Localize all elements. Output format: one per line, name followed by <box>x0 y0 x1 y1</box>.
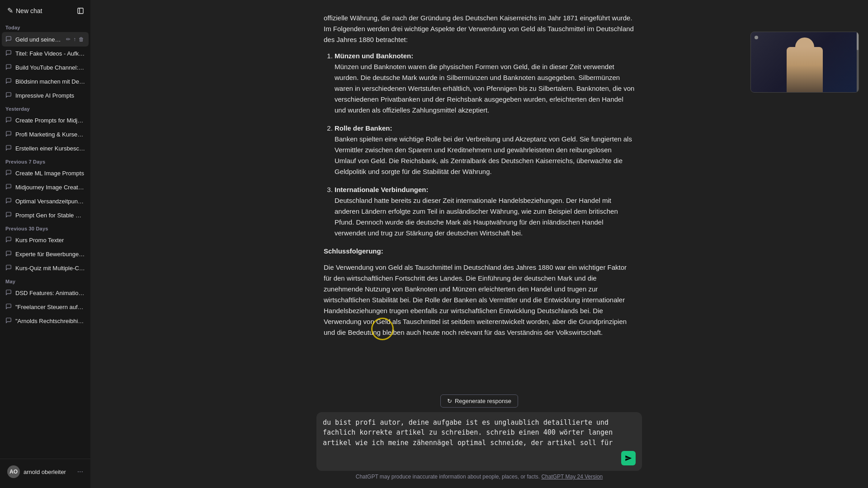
regenerate-label: Regenerate response <box>455 398 511 404</box>
sidebar-item-label: Build YouTube Channel: 100k... <box>15 64 85 71</box>
sidebar-item-arnolds[interactable]: "Arnolds Rechtschreibhilfe" <box>2 314 89 328</box>
chat-icon <box>5 303 13 311</box>
new-chat-button[interactable]: ✎ New chat <box>4 4 72 18</box>
video-scrollbar <box>857 32 859 92</box>
message-intro: offizielle Währung, die nach der Gründun… <box>324 13 635 45</box>
chat-icon <box>5 145 13 152</box>
send-button[interactable] <box>621 451 636 465</box>
sidebar-item-label: "Freelancer Steuern auf Platfo... <box>15 304 85 310</box>
sidebar-item-impressive[interactable]: Impressive AI Prompts <box>2 89 89 103</box>
sidebar-item-versand[interactable]: Optimal Versandzeitpunkt für... <box>2 194 89 208</box>
sidebar-item-mj-creation[interactable]: Midjourney Image Creation <box>2 180 89 194</box>
sidebar-item-kurs-quiz[interactable]: Kurs-Quiz mit Multiple-Choice... <box>2 261 89 275</box>
sidebar-item-label: DSD Features: Animation, Vid... <box>15 290 85 296</box>
sidebar-item-dsd[interactable]: DSD Features: Animation, Vid... <box>2 286 89 300</box>
sidebar-item-kurs-beschreib[interactable]: Erstellen einer Kursbeschreib... <box>2 141 89 155</box>
footer-note-text: ChatGPT may produce inaccurate informati… <box>356 474 540 480</box>
chat-icon <box>5 50 13 57</box>
sidebar-item-ml-image[interactable]: Create ML Image Prompts <box>2 166 89 180</box>
sidebar-item-label: Blödsinn machen mit Deepfak... <box>15 78 85 85</box>
input-area: ↻ Regenerate response du bist profi auto… <box>90 394 868 488</box>
regenerate-button[interactable]: ↻ Regenerate response <box>440 394 518 408</box>
user-menu-button[interactable]: ··· <box>77 468 83 476</box>
section-may: May <box>2 275 89 286</box>
video-person-body <box>787 47 823 92</box>
sidebar: ✎ New chat Today Geld und seine Funkt...… <box>0 0 90 488</box>
sidebar-item-label: Create Prompts for Midjourne... <box>15 117 85 124</box>
sidebar-item-label: Titel: Fake Videos - Aufklärn... <box>15 50 85 57</box>
list-item-1-heading: Münzen und Banknoten: <box>335 52 413 60</box>
schlussfolgerung-body: Die Verwendung von Geld als Tauschmittel… <box>324 262 635 338</box>
input-row <box>323 451 636 465</box>
chat-icon <box>5 183 13 191</box>
new-chat-label: New chat <box>16 7 42 14</box>
sidebar-item-label: Kurs Promo Texter <box>15 237 85 244</box>
list-item-2-heading: Rolle der Banken: <box>335 124 392 132</box>
schlussfolgerung-heading: Schlussfolgerung: <box>324 246 635 257</box>
chat-icon <box>5 169 13 177</box>
chat-icon <box>5 289 13 297</box>
svg-rect-0 <box>78 8 83 14</box>
sidebar-item-blodsinn[interactable]: Blödsinn machen mit Deepfak... <box>2 75 89 89</box>
sidebar-item-geld[interactable]: Geld und seine Funkt... ✏ ↑ 🗑 <box>2 32 89 47</box>
sidebar-item-label: Profi Marketing & Kurserstellu... <box>15 131 85 138</box>
sidebar-item-label: Geld und seine Funkt... <box>15 36 62 43</box>
list-item-3-body: Deutschland hatte bereits zu dieser Zeit… <box>335 197 618 237</box>
video-overlay <box>750 32 859 93</box>
footer-version-link[interactable]: ChatGPT May 24 Version <box>541 474 603 480</box>
chat-item-actions: ✏ ↑ 🗑 <box>65 35 85 43</box>
list-item-3: Internationale Verbindungen: Deutschland… <box>335 184 635 239</box>
sidebar-item-profi-marketing[interactable]: Profi Marketing & Kurserstellu... <box>2 127 89 141</box>
main-content: offizielle Währung, die nach der Gründun… <box>90 0 868 488</box>
list-item-2: Rolle der Banken: Banken spielten eine w… <box>335 123 635 177</box>
chat-icon <box>5 197 13 205</box>
sidebar-content: Today Geld und seine Funkt... ✏ ↑ 🗑 Tite… <box>0 21 90 459</box>
list-item-2-body: Banken spielten eine wichtige Rolle bei … <box>335 135 632 175</box>
camera-indicator <box>755 36 758 39</box>
chat-icon <box>5 236 13 244</box>
sidebar-item-experte[interactable]: Experte für Bewerbungen und... <box>2 247 89 261</box>
sidebar-item-label: Erstellen einer Kursbeschreib... <box>15 145 85 152</box>
message-content: offizielle Währung, die nach der Gründun… <box>324 13 635 338</box>
user-name: arnold oberleiter <box>24 469 74 475</box>
sidebar-item-label: Prompt Gen for Stable Diffusi... <box>15 212 85 219</box>
list-item-3-heading: Internationale Verbindungen: <box>335 186 429 193</box>
sidebar-header: ✎ New chat <box>0 0 90 21</box>
message-wrapper: offizielle Währung, die nach der Gründun… <box>316 9 642 347</box>
chat-icon <box>5 211 13 219</box>
chat-icon <box>5 78 13 85</box>
sidebar-item-label: Kurs-Quiz mit Multiple-Choice... <box>15 265 85 272</box>
chat-input[interactable]: du bist profi autor, deine aufgabe ist e… <box>323 418 636 448</box>
sidebar-item-label: Impressive AI Prompts <box>15 92 85 99</box>
sidebar-item-freelancer[interactable]: "Freelancer Steuern auf Platfo... <box>2 300 89 314</box>
section-prev30: Previous 30 Days <box>2 222 89 233</box>
sidebar-item-mj-prompts[interactable]: Create Prompts for Midjourne... <box>2 113 89 127</box>
chat-icon <box>5 264 13 272</box>
sidebar-item-youtube[interactable]: Build YouTube Channel: 100k... <box>2 61 89 75</box>
sidebar-item-fake[interactable]: Titel: Fake Videos - Aufklärn... <box>2 47 89 61</box>
sidebar-item-label: Create ML Image Prompts <box>15 170 85 177</box>
section-today: Today <box>2 21 89 32</box>
delete-chat-button[interactable]: 🗑 <box>78 35 85 43</box>
share-chat-button[interactable]: ↑ <box>72 35 77 43</box>
user-row[interactable]: AO arnold oberleiter ··· <box>4 463 87 481</box>
chat-icon <box>5 250 13 258</box>
chat-icon <box>5 117 13 124</box>
sidebar-toggle-button[interactable] <box>74 5 87 17</box>
chat-icon <box>5 92 13 99</box>
list-item-1: Münzen und Banknoten: Münzen und Banknot… <box>335 51 635 116</box>
edit-chat-button[interactable]: ✏ <box>65 35 71 43</box>
sidebar-item-label: "Arnolds Rechtschreibhilfe" <box>15 318 85 324</box>
chat-icon <box>5 317 13 325</box>
video-frame <box>751 32 859 92</box>
sidebar-item-kurs-promo[interactable]: Kurs Promo Texter <box>2 233 89 247</box>
chat-icon <box>5 131 13 138</box>
message-list: Münzen und Banknoten: Münzen und Banknot… <box>324 51 635 239</box>
chat-icon <box>5 64 13 71</box>
avatar: AO <box>7 465 20 478</box>
section-yesterday: Yesterday <box>2 103 89 113</box>
plus-icon: ✎ <box>7 6 13 15</box>
regenerate-icon: ↻ <box>447 398 452 404</box>
sidebar-item-stable-diff[interactable]: Prompt Gen for Stable Diffusi... <box>2 208 89 222</box>
sidebar-footer: AO arnold oberleiter ··· <box>0 459 90 484</box>
